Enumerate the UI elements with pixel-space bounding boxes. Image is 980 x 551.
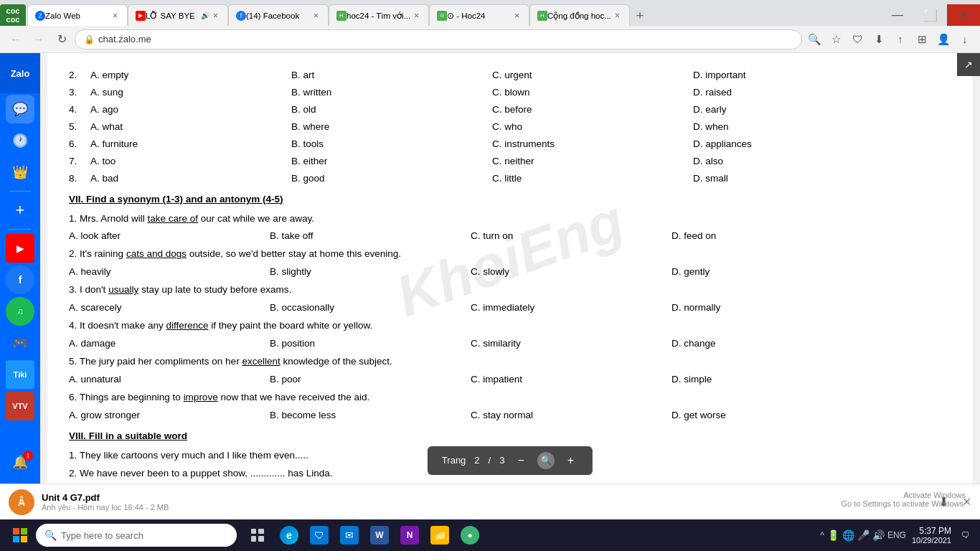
pdf-content-body: 2. A. empty B. art C. urgent D. importan…	[69, 67, 951, 482]
taskbar-app-word[interactable]: W	[366, 522, 393, 549]
q2-d: D. important	[693, 67, 837, 84]
zoom-button[interactable]: 🔍	[805, 30, 824, 49]
mc-row-5: 5. A. what B. where C. who D. when	[69, 119, 951, 136]
tab-hoc24-2[interactable]: ⊙ ⊙ - Hoc24 ×	[429, 4, 529, 26]
notification-center-button[interactable]: 🗨	[957, 522, 974, 549]
q2-num: 2.	[69, 67, 90, 84]
forward-button[interactable]: →	[29, 29, 49, 50]
mc-row-3: 3. A. sung B. written C. blown D. raised	[69, 85, 951, 101]
browser-logo-text: coccoc	[6, 6, 20, 24]
start-button[interactable]	[6, 521, 34, 550]
sidebar-icon-tiki[interactable]: Tiki	[6, 360, 34, 389]
share-button[interactable]: ↑	[891, 30, 910, 49]
expand-button[interactable]: ↗	[957, 53, 980, 76]
windows-logo-icon	[13, 528, 27, 542]
chat-filename: Unit 4 G7.pdf	[42, 492, 931, 503]
tab-title-youtube: LỠ SAY BYE	[146, 11, 201, 21]
sidebar-icon-chat[interactable]: 💬	[6, 95, 34, 123]
tab-close-youtube[interactable]: ×	[211, 10, 220, 22]
download-arrow-button[interactable]: ↓	[956, 30, 974, 49]
sidebar-icon-crown[interactable]: 👑	[6, 158, 34, 187]
tab-congdong[interactable]: H Cộng đồng hoc... ×	[529, 4, 630, 26]
zoom-in-button[interactable]: +	[563, 453, 578, 468]
shield-button[interactable]: 🛡	[848, 30, 867, 49]
toolbar-page-current: 2	[474, 453, 479, 468]
greenshot-icon: ●	[461, 526, 479, 545]
taskbar-app-mail[interactable]: ✉	[336, 522, 363, 549]
audio-icon-youtube: 🔊	[201, 11, 209, 19]
svg-rect-0	[13, 528, 19, 534]
sidebar-icon-bell[interactable]: 🔔 1	[6, 448, 34, 476]
tab-favicon-congdong: H	[537, 11, 547, 21]
tray-chevron[interactable]: ^	[820, 530, 824, 540]
taskbar-app-files[interactable]: 📁	[426, 522, 453, 549]
tab-close-facebook[interactable]: ×	[311, 10, 321, 22]
tab-close-congdong[interactable]: ×	[613, 10, 622, 22]
taskbar-apps: e 🛡 ✉ W N 📁	[275, 522, 484, 549]
extensions-button[interactable]: ⊞	[913, 30, 931, 49]
tab-zalo[interactable]: Z Zalo Web ×	[27, 4, 128, 26]
sidebar-icon-youtube[interactable]: ▶	[6, 234, 34, 263]
maximize-button[interactable]: ⬜	[914, 4, 947, 26]
bookmark-button[interactable]: ☆	[826, 30, 845, 49]
back-button[interactable]: ←	[6, 29, 26, 50]
window-controls: — ⬜ ✕	[881, 4, 980, 26]
taskbar-search[interactable]: 🔍 Type here to search	[36, 524, 237, 547]
browser-logo: coccoc	[0, 4, 26, 26]
taskbar-app-greenshot[interactable]: ●	[456, 522, 484, 549]
sidebar-icon-add[interactable]: +	[6, 196, 34, 225]
download-nav-button[interactable]: ⬇	[870, 30, 888, 49]
tab-youtube[interactable]: ▶ LỠ SAY BYE 🔊 ×	[128, 4, 228, 26]
svg-rect-3	[21, 536, 27, 542]
sidebar-icon-vtv[interactable]: VTV	[6, 392, 34, 420]
mc-row-7: 7. A. too B. either C. neither D. also	[69, 154, 951, 170]
shield-icon: 🛡	[310, 526, 329, 545]
chat-close-button[interactable]: ✕	[962, 495, 971, 509]
new-tab-button[interactable]: +	[630, 6, 650, 26]
minimize-button[interactable]: —	[881, 4, 914, 26]
task-view-button[interactable]	[244, 522, 271, 549]
taskbar-app-edge[interactable]: e	[275, 522, 303, 549]
address-bar[interactable]: 🔒 chat.zalo.me	[75, 29, 802, 50]
tab-facebook[interactable]: f (14) Facebook ×	[228, 4, 329, 26]
sidebar-icon-history[interactable]: 🕐	[6, 126, 34, 155]
notification-icon: 🗨	[961, 530, 970, 540]
zoom-out-button[interactable]: −	[513, 453, 528, 468]
chat-bar: Â Unit 4 G7.pdf Ánh yêu - Hôm nay lúc 16…	[0, 484, 980, 519]
system-tray: ^ 🔋 🌐 🎤 🔊 ENG	[820, 529, 906, 541]
tab-close-hoc24-1[interactable]: ×	[412, 10, 421, 22]
zalo-logo: Zalo	[0, 53, 40, 93]
taskbar-app-shield[interactable]: 🛡	[306, 522, 333, 549]
tab-bar: coccoc Z Zalo Web × ▶ LỠ SAY BYE 🔊 × f (…	[0, 0, 980, 26]
s7q1-opts: A. look after B. take off C. turn on D. …	[69, 228, 951, 245]
tab-favicon-hoc24-2: ⊙	[437, 11, 447, 21]
system-clock[interactable]: 5:37 PM 10/29/2021	[912, 526, 951, 545]
tab-title-congdong: Cộng đồng hoc...	[547, 11, 613, 21]
tab-hoc24-1[interactable]: H hoc24 - Tìm với... ×	[329, 4, 429, 26]
zoom-search-icon[interactable]: 🔍	[537, 452, 555, 469]
chat-download-button[interactable]: ⬇	[938, 494, 949, 510]
edge-icon: e	[280, 526, 298, 545]
tab-title-hoc24-1: hoc24 - Tìm với...	[347, 11, 412, 21]
clock-time: 5:37 PM	[912, 526, 951, 536]
profile-button[interactable]: 👤	[934, 30, 953, 49]
sidebar-icon-game[interactable]: 🎮	[6, 329, 34, 357]
svg-rect-4	[251, 529, 256, 534]
chat-avatar: Â	[9, 489, 34, 515]
close-button[interactable]: ✕	[947, 4, 980, 26]
tab-close-zalo[interactable]: ×	[110, 10, 120, 22]
taskbar-app-onenote[interactable]: N	[396, 522, 423, 549]
tab-close-hoc24-2[interactable]: ×	[512, 10, 522, 22]
sidebar-icon-facebook[interactable]: f	[6, 265, 34, 294]
language-indicator[interactable]: ENG	[887, 530, 906, 540]
mc-row-6: 6. A. furniture B. tools C. instruments …	[69, 136, 951, 153]
svg-rect-6	[251, 536, 256, 542]
sidebar-icon-spotify[interactable]: ♫	[6, 297, 34, 326]
lock-icon: 🔒	[84, 34, 95, 44]
taskbar-right: ^ 🔋 🌐 🎤 🔊 ENG 5:37 PM 10/29/2021 🗨	[820, 522, 974, 549]
s7q2-opts: A. heavily B. slightly C. slowly D. gent…	[69, 264, 951, 281]
onenote-icon: N	[400, 526, 419, 545]
reload-button[interactable]: ↻	[52, 29, 72, 50]
svg-rect-2	[13, 536, 19, 542]
s7q4-text: 4. It doesn't make any difference if the…	[69, 318, 951, 334]
